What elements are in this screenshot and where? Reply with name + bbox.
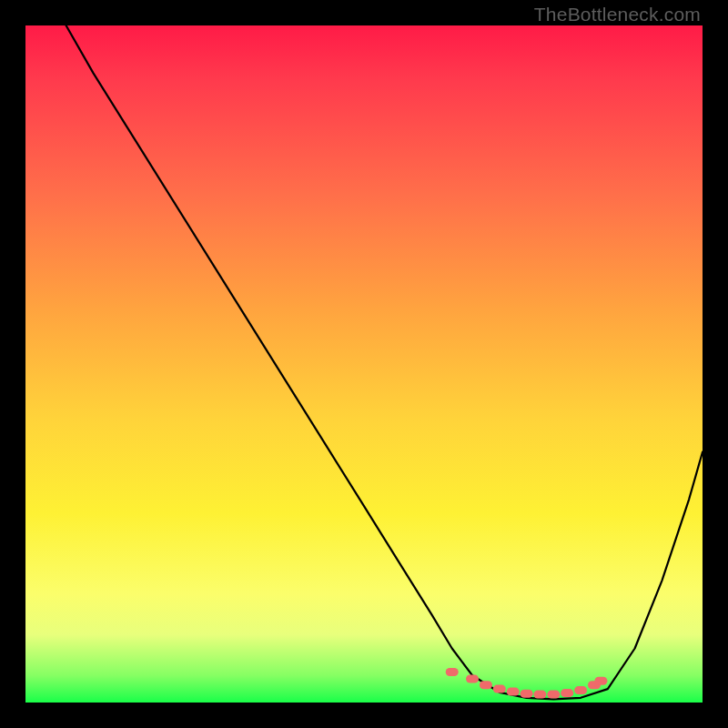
marker-dot xyxy=(466,675,479,683)
chart-stage: TheBottleneck.com xyxy=(0,0,728,728)
chart-plot-area xyxy=(25,25,703,703)
chart-svg xyxy=(25,25,703,703)
marker-dot xyxy=(507,688,520,696)
marker-dot xyxy=(533,691,546,699)
marker-dot xyxy=(561,689,573,697)
marker-dot xyxy=(574,686,587,694)
marker-dot xyxy=(446,668,459,676)
watermark-text: TheBottleneck.com xyxy=(534,4,701,25)
marker-dot xyxy=(521,690,533,698)
bottleneck-curve-path xyxy=(66,25,703,699)
marker-dot xyxy=(493,685,506,693)
marker-dot xyxy=(547,691,560,699)
marker-dot xyxy=(480,681,492,689)
marker-dot xyxy=(594,677,607,685)
